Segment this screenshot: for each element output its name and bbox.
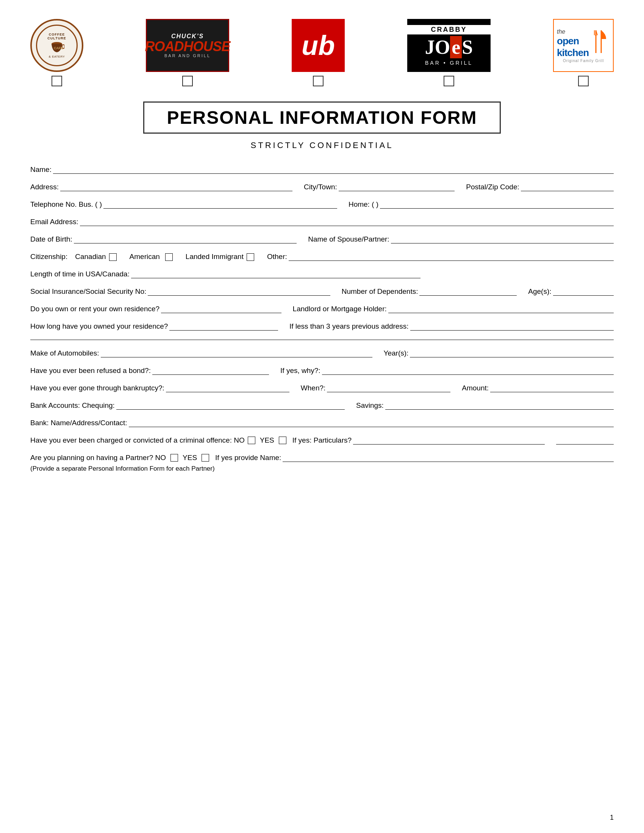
email-field[interactable] (80, 218, 614, 226)
if-less-field[interactable] (410, 322, 614, 331)
logo-checkbox-chucks[interactable] (182, 76, 193, 86)
ages-field[interactable] (553, 287, 614, 296)
address-row: Address: City/Town: Postal/Zip Code: (30, 183, 614, 191)
criminal-row: Have you ever been charged or convicted … (30, 436, 614, 444)
logo-open-kitchen: the open kitchen (553, 19, 614, 86)
logo-ub: ub (292, 19, 345, 86)
bankruptcy-field[interactable] (166, 384, 290, 392)
bank-name-label: Bank: Name/Address/Contact: (30, 419, 127, 427)
landed-checkbox[interactable] (246, 253, 254, 261)
own-rent-field[interactable] (161, 305, 281, 313)
postal-label: Postal/Zip Code: (466, 183, 519, 191)
logo-coffee-culture: COFFEE CULTURE CAFE & EATERY (30, 19, 83, 86)
dob-row: Date of Birth: Name of Spouse/Partner: (30, 235, 614, 243)
how-long-label: How long have you owned your residence? (30, 322, 168, 331)
bank-accounts-row: Bank Accounts: Chequing: Savings: (30, 401, 614, 410)
tel-field[interactable] (103, 200, 337, 209)
other-field[interactable] (289, 252, 614, 261)
ages-label: Age(s): (528, 287, 551, 296)
bank-name-row: Bank: Name/Address/Contact: (30, 419, 614, 427)
partner-name-field[interactable] (283, 453, 614, 462)
particulars-field-2[interactable] (556, 436, 614, 444)
dob-field[interactable] (74, 235, 296, 243)
page-number: 1 (610, 814, 614, 822)
partner-row: Are you planning on having a Partner? NO… (30, 453, 614, 462)
other-label: Other: (267, 252, 287, 261)
page: COFFEE CULTURE CAFE & EATERY (0, 0, 644, 833)
city-field[interactable] (339, 183, 455, 191)
partner-note-row: (Provide a separate Personal Information… (30, 465, 614, 473)
landlord-field[interactable] (388, 305, 614, 313)
landlord-label: Landlord or Mortgage Holder: (293, 305, 387, 313)
form-title-section: PERSONAL INFORMATION FORM STRICTLY CONFI… (30, 101, 614, 150)
citizenship-label: Citizenship: (30, 252, 68, 261)
own-rent-label: Do you own or rent your own residence? (30, 305, 159, 313)
particulars-field[interactable] (353, 436, 545, 444)
form-title-box: PERSONAL INFORMATION FORM (143, 101, 501, 133)
address-field[interactable] (60, 183, 293, 191)
bond-why-field[interactable] (322, 367, 614, 375)
criminal-label: Have you ever been charged or convicted … (30, 436, 245, 444)
coffee-cup-icon: CAFE (49, 41, 64, 54)
bond-field[interactable] (152, 367, 269, 375)
sin-field[interactable] (148, 287, 330, 296)
year-field[interactable] (410, 349, 614, 357)
length-time-row: Length of time in USA/Canada: (30, 270, 614, 278)
savings-label: Savings: (356, 401, 384, 410)
svg-text:CAFE: CAFE (54, 46, 63, 50)
when-label: When?: (301, 384, 325, 392)
canadian-label: Canadian (75, 252, 106, 261)
partner-yes-checkbox[interactable] (201, 454, 209, 462)
length-time-field[interactable] (131, 270, 420, 278)
sin-row: Social Insurance/Social Security No: Num… (30, 287, 614, 296)
telephone-row: Telephone No. Bus. ( ) Home: ( ) (30, 200, 614, 209)
particulars-label: If yes: Particulars? (293, 436, 351, 444)
form-title: PERSONAL INFORMATION FORM (167, 108, 477, 128)
dependents-label: Number of Dependents: (342, 287, 418, 296)
logo-checkbox-kitchen[interactable] (578, 76, 589, 86)
dependents-field[interactable] (419, 287, 517, 296)
amount-field[interactable] (490, 384, 614, 392)
bank-name-field[interactable] (129, 419, 614, 427)
logo-chucks-roadhouse: CHUCK'S ROADHOUSE BAR AND GRILL (146, 19, 229, 86)
canadian-checkbox[interactable] (109, 253, 117, 261)
home-label: Home: ( ) (349, 200, 378, 209)
american-checkbox[interactable] (165, 253, 173, 261)
name-field[interactable] (53, 166, 614, 174)
amount-label: Amount: (462, 384, 489, 392)
tel-label: Telephone No. Bus. ( ) (30, 200, 102, 209)
bankruptcy-label: Have you ever gone through bankruptcy?: (30, 384, 164, 392)
if-less-label: If less than 3 years previous address: (290, 322, 409, 331)
american-label: American (130, 252, 160, 261)
logo-checkbox-coffee[interactable] (52, 76, 62, 86)
how-long-row: How long have you owned your residence? … (30, 322, 614, 331)
email-row: Email Address: (30, 218, 614, 226)
name-label: Name: (30, 166, 52, 174)
spouse-field[interactable] (391, 235, 614, 243)
when-field[interactable] (327, 384, 451, 392)
fork-knife-icon (593, 28, 610, 55)
own-rent-row: Do you own or rent your own residence? L… (30, 305, 614, 313)
how-long-field[interactable] (169, 322, 278, 331)
criminal-yes-checkbox[interactable] (279, 437, 287, 444)
postal-field[interactable] (521, 183, 614, 191)
spouse-label: Name of Spouse/Partner: (308, 235, 389, 243)
partner-no-checkbox[interactable] (171, 454, 178, 462)
criminal-no-checkbox[interactable] (248, 437, 255, 444)
bankruptcy-row: Have you ever gone through bankruptcy?: … (30, 384, 614, 392)
home-field[interactable] (380, 200, 614, 209)
logos-row: COFFEE CULTURE CAFE & EATERY (30, 19, 614, 86)
chequing-field[interactable] (116, 401, 345, 410)
partner-note: (Provide a separate Personal Information… (30, 465, 215, 473)
logo-checkbox-ub[interactable] (313, 76, 324, 86)
citizenship-row: Citizenship: Canadian American Landed Im… (30, 252, 614, 261)
logo-checkbox-crabby[interactable] (444, 76, 454, 86)
auto-field[interactable] (101, 349, 372, 357)
partner-name-label: If yes provide Name: (215, 453, 281, 462)
auto-row: Make of Automobiles: Year(s): (30, 349, 614, 357)
city-label: City/Town: (304, 183, 337, 191)
sin-label: Social Insurance/Social Security No: (30, 287, 146, 296)
email-label: Email Address: (30, 218, 79, 226)
savings-field[interactable] (385, 401, 614, 410)
logo-crabby-joes: CRABBY J O e S BAR • GRILL (407, 19, 491, 86)
